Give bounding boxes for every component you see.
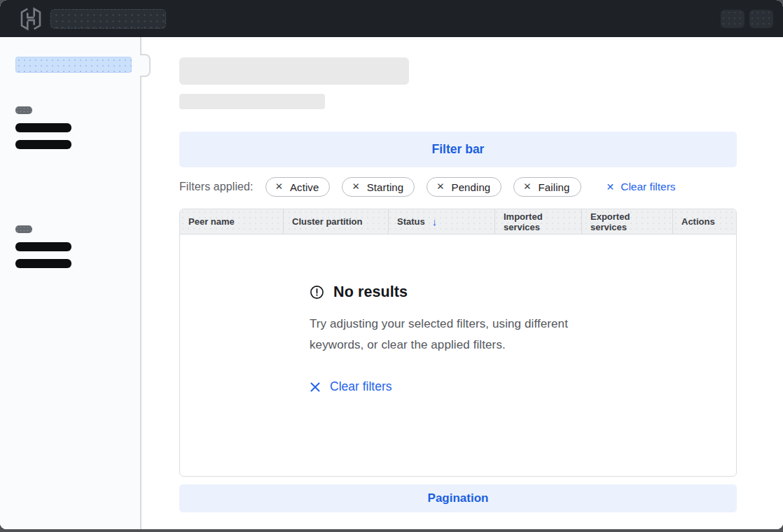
clear-filters-link[interactable]: ✕ Clear filters bbox=[607, 181, 676, 193]
sidebar-section-2 bbox=[15, 225, 130, 268]
column-header-label: Actions bbox=[681, 216, 715, 227]
pagination-placeholder[interactable]: Pagination bbox=[179, 484, 737, 512]
sidebar-section-label-skeleton bbox=[15, 106, 32, 114]
sidebar-collapse-handle[interactable] bbox=[140, 54, 151, 77]
page-title-skeleton bbox=[179, 57, 409, 85]
peers-table: Peer name Cluster partition Status ↓ Imp… bbox=[179, 209, 737, 477]
filter-pill-failing[interactable]: ✕ Failing bbox=[513, 177, 581, 197]
column-header-label: Status bbox=[397, 216, 425, 227]
nav-action-skeleton-2[interactable] bbox=[749, 10, 773, 28]
clear-filters-x-icon: ✕ bbox=[607, 181, 615, 192]
page-subtitle-skeleton bbox=[179, 94, 325, 109]
filter-bar-label: Filter bar bbox=[432, 142, 485, 157]
filter-pill-starting[interactable]: ✕ Starting bbox=[342, 177, 415, 197]
clear-x-icon bbox=[310, 382, 321, 393]
column-header-label: Exported services bbox=[590, 211, 664, 232]
filter-pill-label: Starting bbox=[367, 181, 404, 193]
top-navbar bbox=[0, 0, 783, 37]
empty-state: No results Try adjusting your selected f… bbox=[310, 284, 607, 476]
sidebar bbox=[0, 37, 141, 529]
sidebar-item-skeleton[interactable] bbox=[15, 123, 71, 132]
empty-state-title: No results bbox=[333, 284, 408, 301]
main-content: Filter bar Filters applied: ✕ Active ✕ S… bbox=[141, 37, 783, 529]
sidebar-item-skeleton[interactable] bbox=[15, 242, 71, 251]
column-header-status[interactable]: Status ↓ bbox=[388, 209, 494, 234]
empty-state-header: No results bbox=[310, 284, 607, 301]
column-header-actions: Actions bbox=[672, 209, 736, 234]
filter-pill-pending[interactable]: ✕ Pending bbox=[427, 177, 501, 197]
applied-filters-row: Filters applied: ✕ Active ✕ Starting ✕ P… bbox=[179, 177, 737, 197]
sidebar-section-label-skeleton bbox=[15, 225, 32, 233]
remove-filter-icon[interactable]: ✕ bbox=[275, 182, 283, 192]
table-header-row: Peer name Cluster partition Status ↓ Imp… bbox=[180, 209, 736, 234]
clear-filters-label: Clear filters bbox=[621, 181, 675, 193]
nav-action-skeleton-1[interactable] bbox=[721, 10, 744, 28]
hashicorp-logo-icon bbox=[20, 7, 42, 31]
empty-state-description: Try adjusting your selected filters, usi… bbox=[310, 314, 607, 356]
column-header-label: Imported services bbox=[504, 211, 573, 232]
filter-pill-label: Pending bbox=[452, 181, 491, 193]
filter-bar-placeholder[interactable]: Filter bar bbox=[179, 132, 737, 167]
filters-applied-label: Filters applied: bbox=[179, 181, 254, 193]
app-shell: Filter bar Filters applied: ✕ Active ✕ S… bbox=[0, 37, 783, 529]
empty-state-clear-filters-label: Clear filters bbox=[330, 379, 392, 394]
sort-descending-icon[interactable]: ↓ bbox=[432, 216, 438, 227]
remove-filter-icon[interactable]: ✕ bbox=[352, 182, 359, 192]
filter-pill-label: Failing bbox=[539, 181, 570, 193]
column-header-peer-name[interactable]: Peer name bbox=[180, 209, 283, 234]
table-body: No results Try adjusting your selected f… bbox=[180, 234, 736, 476]
sidebar-item-skeleton[interactable] bbox=[15, 140, 71, 149]
empty-state-clear-filters-link[interactable]: Clear filters bbox=[310, 379, 392, 394]
pagination-label: Pagination bbox=[428, 491, 489, 505]
column-header-label: Cluster partition bbox=[292, 216, 362, 227]
alert-circle-icon bbox=[310, 285, 324, 300]
sidebar-section-1 bbox=[15, 106, 130, 149]
column-header-cluster-partition[interactable]: Cluster partition bbox=[283, 209, 388, 234]
column-header-imported-services[interactable]: Imported services bbox=[494, 209, 581, 234]
sidebar-item-skeleton[interactable] bbox=[15, 259, 71, 268]
filter-pill-label: Active bbox=[290, 181, 319, 193]
remove-filter-icon[interactable]: ✕ bbox=[523, 182, 531, 192]
app-window: Filter bar Filters applied: ✕ Active ✕ S… bbox=[0, 0, 783, 529]
sidebar-active-item-skeleton[interactable] bbox=[15, 57, 132, 73]
nav-search-skeleton[interactable] bbox=[50, 9, 166, 29]
column-header-exported-services[interactable]: Exported services bbox=[581, 209, 672, 234]
column-header-label: Peer name bbox=[188, 216, 235, 227]
filter-pill-active[interactable]: ✕ Active bbox=[265, 177, 331, 197]
remove-filter-icon[interactable]: ✕ bbox=[436, 182, 444, 192]
